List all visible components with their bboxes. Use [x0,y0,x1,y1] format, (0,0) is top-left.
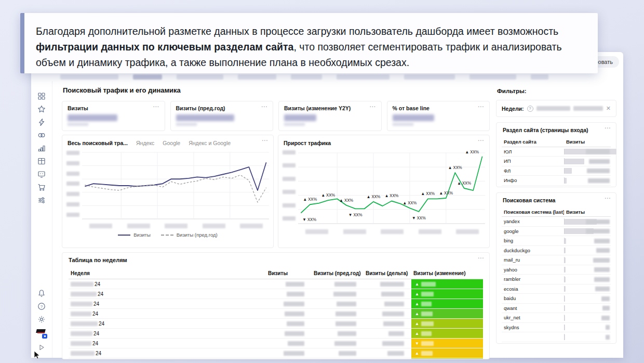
dashboard-tab-blurred[interactable] [177,74,223,80]
data-table-icon[interactable] [37,157,46,165]
help-icon[interactable]: ? [37,302,46,310]
column-header: Раздел сайта [502,139,564,145]
bar-chart-icon[interactable] [37,144,46,152]
kpi-subvalue-redacted [176,123,197,126]
dots-menu-icon[interactable]: ⋯ [605,196,612,201]
dots-menu-icon[interactable]: ⋯ [605,125,612,131]
column-header: Визиты [564,139,611,145]
visits-value-redacted [586,149,610,154]
change-value-redacted [421,302,432,306]
chart-tab[interactable]: Google [163,140,180,146]
dots-menu-icon[interactable]: ⋯ [153,104,160,109]
kpi-card: Визиты ⋯ [62,101,165,131]
dashboard-tab-blurred[interactable] [531,74,548,80]
dots-menu-icon[interactable]: ⋯ [478,255,485,261]
svg-text:▲ XX%: ▲ XX% [421,191,435,196]
weeks-filter[interactable]: Недели: ? ✕ [496,100,616,117]
bolt-icon[interactable] [37,118,46,126]
gear-icon[interactable] [37,315,46,323]
dashboard-tab-blurred[interactable] [404,74,455,80]
kpi-title: Визиты [68,105,159,111]
dashboard-tab-blurred[interactable] [133,74,162,80]
traffic-chart-tabs: Весь поисковый тра... Яндекс Google Янде… [66,138,269,149]
cart-icon[interactable] [37,183,46,191]
table-row: 24 [69,339,483,348]
dots-menu-icon[interactable]: ⋯ [262,138,269,143]
table-row: 24 [69,289,483,299]
app-logo-icon[interactable] [36,328,47,339]
dots-menu-icon[interactable]: ⋯ [369,104,377,109]
dashboard-tab-blurred[interactable] [337,74,390,80]
visits-bar [565,178,567,184]
legend-swatch-dashed [161,235,173,236]
engine-name: baidu [502,295,564,301]
table-row[interactable]: ukr_net [502,313,611,323]
engine-name: skydns [502,325,564,330]
kpi-card: Визиты (изменение Y2Y) ⋯ [278,101,382,131]
table-row[interactable]: google [502,227,611,237]
visits-delta-cell [364,341,411,346]
table-row[interactable]: Инфо [502,176,611,186]
traffic-line-chart [82,149,269,222]
week-suffix: 24 [96,351,101,356]
change-arrow: ▲ [415,302,419,306]
dots-menu-icon[interactable]: ⋯ [261,104,269,109]
sidebar: ? [31,81,52,358]
table-row[interactable]: mail_ru [502,255,611,265]
visits-bar [565,286,566,292]
dashboard-tab-blurred[interactable] [60,74,118,80]
table-row[interactable]: rambler [502,275,611,284]
visits-value-redacted [587,168,610,173]
change-value-redacted [421,331,432,336]
table-row[interactable]: qwant [502,304,611,314]
chart-tab[interactable]: Яндекс и Google [189,140,231,146]
close-x-icon[interactable]: ✕ [606,105,611,112]
table-row[interactable]: skydns [502,323,611,333]
sliders-icon[interactable] [37,196,46,204]
visits-change-cell: ▲ [411,279,483,289]
dots-menu-icon[interactable]: ⋯ [478,104,485,109]
kpi-title: % от base line [393,105,485,111]
audience-rings-icon[interactable] [37,131,46,139]
kpi-value-redacted [68,114,117,121]
visits-value-redacted [601,316,610,320]
table-row[interactable]: ecosia [502,284,611,294]
table-row[interactable]: ФЛ [502,166,611,176]
engine-name: ukr_net [502,315,564,320]
visits-bar-cell [564,166,611,176]
kpi-subvalue-redacted [284,123,305,126]
bell-icon[interactable] [37,289,46,297]
dashboard-tab-blurred[interactable] [238,74,276,80]
svg-text:▲ XX%: ▲ XX% [339,198,353,202]
table-row[interactable]: ЮЛ [502,147,611,157]
visits-cell [266,351,312,356]
star-icon[interactable] [37,105,46,113]
legend-item-prev-year[interactable]: Визиты (пред.год) [161,232,218,238]
change-value-redacted [421,351,433,356]
table-row[interactable]: yandex [502,217,611,227]
dashboard-body: ? Поисковый трафик и его динамика [31,81,623,358]
dashboard-tab-blurred[interactable] [469,74,516,80]
info-circle-icon[interactable]: ? [527,106,533,112]
table-row[interactable]: duckduckgo [502,246,611,256]
visits-prev-cell [312,331,364,336]
chart-tab[interactable]: Весь поисковый тра... [68,140,128,146]
table-row: 24 [69,329,483,339]
table-row[interactable]: bing [502,236,611,246]
visits-change-cell: ▲ [411,358,483,359]
dots-menu-icon[interactable]: ⋯ [478,138,485,143]
visits-value-redacted [588,178,610,183]
table-row[interactable]: yahoo [502,265,611,275]
legend-item-visits[interactable]: Визиты [118,232,151,238]
apps-grid-icon[interactable] [37,92,46,100]
kpi-value-redacted [176,114,234,121]
svg-text:▲ XX%: ▲ XX% [367,194,381,199]
monitor-icon[interactable] [37,170,46,178]
table-row[interactable]: ИП [502,157,611,166]
table-row[interactable] [502,332,611,342]
chart-tab[interactable]: Яндекс [136,140,154,146]
dashboard-tab-blurred[interactable] [291,74,322,80]
table-row[interactable]: baidu [502,294,611,304]
change-value-redacted [421,341,434,346]
section-name: ФЛ [502,168,564,174]
